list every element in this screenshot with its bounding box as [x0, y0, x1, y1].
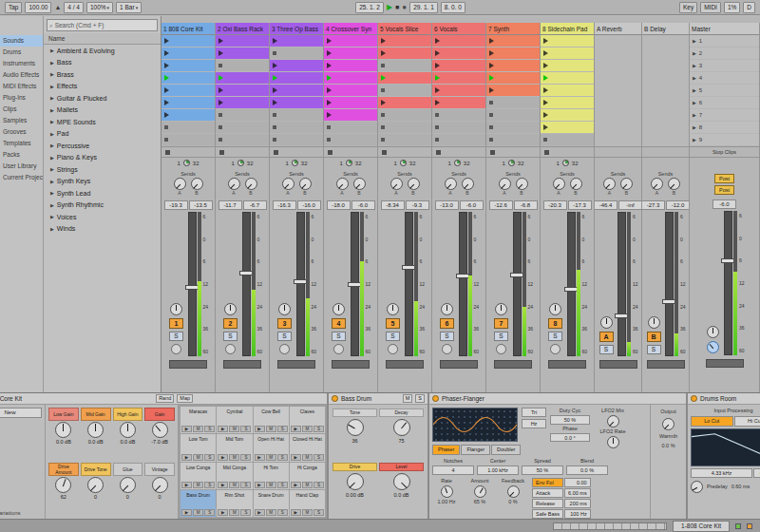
- clip-slot[interactable]: [541, 60, 594, 71]
- pan-knob[interactable]: [600, 316, 613, 329]
- browser-sidebar-item[interactable]: Grooves: [0, 126, 43, 138]
- mode-button[interactable]: Doubler: [491, 445, 521, 455]
- disclosure-icon[interactable]: ▶: [50, 71, 54, 77]
- pad-solo-button[interactable]: S: [277, 454, 288, 461]
- cue-volume-knob[interactable]: [707, 341, 719, 353]
- track-delay-box[interactable]: [548, 360, 586, 369]
- track-delay-box[interactable]: [223, 360, 261, 369]
- scene-slot[interactable]: ▶ 6: [690, 97, 759, 108]
- clip-slot[interactable]: [216, 35, 269, 47]
- clip-slot[interactable]: [216, 109, 269, 121]
- drum-pad[interactable]: Bass Drum ▶ M S: [180, 490, 216, 517]
- disclosure-icon[interactable]: ▶: [50, 84, 54, 89]
- clip-slot[interactable]: [432, 109, 485, 121]
- pad-play-icon[interactable]: ▶: [181, 454, 192, 461]
- peak-level-display[interactable]: -16.3: [273, 200, 296, 210]
- disclosure-icon[interactable]: ▶: [50, 190, 54, 196]
- browser-item[interactable]: ▶ Brass: [44, 68, 161, 81]
- clip-slot[interactable]: [162, 35, 215, 47]
- solo-button[interactable]: S: [386, 332, 400, 341]
- clip-slot[interactable]: [432, 72, 485, 84]
- track-delay-box[interactable]: [332, 360, 370, 369]
- peak-level-display[interactable]: -19.3: [164, 200, 188, 210]
- clip-slot[interactable]: [270, 122, 323, 133]
- pad-play-icon[interactable]: ▶: [255, 426, 265, 432]
- macro-knob[interactable]: [120, 422, 136, 438]
- pad-mute-button[interactable]: M: [266, 426, 276, 432]
- drum-pad[interactable]: Claves ▶ M S: [290, 407, 325, 433]
- drum-pad[interactable]: Mid Conga ▶ M S: [217, 463, 252, 489]
- search-input[interactable]: ⌕ Search (Cmd + F): [47, 19, 158, 31]
- lfo2-mix-knob[interactable]: [607, 415, 619, 428]
- clip-slot[interactable]: [378, 109, 431, 121]
- browser-item[interactable]: ▶ MPE Sounds: [44, 116, 161, 128]
- pad-mute-button[interactable]: M: [193, 454, 203, 461]
- peak-level-display[interactable]: -13.0: [435, 200, 459, 210]
- disclosure-icon[interactable]: ▶: [50, 226, 54, 232]
- waveform-selector[interactable]: Tri: [522, 408, 546, 417]
- send-b-knob[interactable]: [191, 178, 203, 190]
- clip-slot[interactable]: [486, 85, 540, 96]
- send-a-knob[interactable]: [651, 178, 663, 190]
- drum-pad[interactable]: Hand Clap ▶ M S: [290, 490, 325, 517]
- clip-slot[interactable]: [432, 35, 485, 47]
- browser-sidebar-item[interactable]: MIDI Effects: [0, 81, 43, 92]
- browser-item[interactable]: ▶ Synth Keys: [44, 176, 161, 188]
- clip-slot[interactable]: [270, 60, 323, 71]
- pad-play-icon[interactable]: ▶: [255, 482, 265, 488]
- variation-item[interactable]: Roomy: [0, 420, 42, 428]
- pad-mute-button[interactable]: M: [302, 454, 313, 461]
- clip-slot[interactable]: [486, 72, 540, 84]
- clip-slot[interactable]: [378, 72, 431, 84]
- pad-solo-button[interactable]: S: [277, 426, 288, 432]
- pad-play-icon[interactable]: ▶: [218, 426, 228, 432]
- track-delay-box[interactable]: [647, 360, 685, 369]
- bass-macro-knob[interactable]: [347, 473, 364, 490]
- device-on-icon[interactable]: [691, 395, 697, 402]
- master-pan-knob[interactable]: [707, 326, 719, 338]
- return-track-header[interactable]: B Delay: [642, 23, 689, 35]
- cue-pre-post-toggle-b[interactable]: Post: [714, 185, 734, 195]
- clip-slot[interactable]: [216, 85, 269, 96]
- key-map-button[interactable]: Key: [679, 2, 697, 13]
- clip-slot[interactable]: [324, 85, 377, 96]
- peak-level-display[interactable]: -18.0: [327, 200, 351, 210]
- pad-solo-button[interactable]: S: [204, 482, 215, 488]
- pan-knob[interactable]: [170, 303, 182, 315]
- volume-fader[interactable]: [405, 212, 413, 356]
- track-activator[interactable]: 6: [440, 318, 454, 329]
- solo-button[interactable]: S: [440, 332, 454, 341]
- lo-cut-button[interactable]: Lo Cut: [691, 416, 733, 427]
- volume-value-display[interactable]: -6.0: [352, 200, 375, 210]
- browser-item[interactable]: ▶ Voices: [44, 211, 161, 223]
- clip-slot[interactable]: [216, 48, 269, 59]
- clip-stop-button[interactable]: [486, 146, 540, 158]
- drum-pad[interactable]: Low Tom ▶ M S: [180, 434, 216, 461]
- solo-button[interactable]: S: [548, 332, 562, 341]
- send-a-knob[interactable]: [603, 178, 616, 190]
- track-activator[interactable]: 3: [277, 318, 292, 329]
- browser-sidebar-item[interactable]: Packs: [0, 149, 43, 161]
- phaser-knob[interactable]: [441, 485, 453, 498]
- bass-macro-knob[interactable]: [393, 419, 410, 436]
- send-a-knob[interactable]: [499, 178, 511, 190]
- scene-slot[interactable]: ▶ 3: [690, 60, 759, 71]
- send-b-knob[interactable]: [299, 178, 312, 190]
- clip-slot[interactable]: [541, 72, 594, 84]
- clip-slot[interactable]: [378, 35, 431, 47]
- sync-hz-toggle[interactable]: Hz: [522, 419, 546, 428]
- clip-slot[interactable]: [324, 109, 377, 121]
- volume-fader[interactable]: [513, 212, 522, 356]
- arm-button[interactable]: [388, 344, 398, 354]
- clip-slot[interactable]: [432, 97, 485, 108]
- clip-slot[interactable]: [486, 109, 540, 121]
- browser-sidebar-item[interactable]: Instruments: [0, 58, 43, 69]
- chain-solo-button[interactable]: S: [415, 394, 425, 403]
- scene-launch-icon[interactable]: ▶: [693, 100, 696, 105]
- browser-sidebar-item[interactable]: Clips: [0, 104, 43, 115]
- send-a-knob[interactable]: [445, 178, 457, 190]
- clip-slot[interactable]: [216, 97, 269, 108]
- drum-pad[interactable]: Hi Tom ▶ M S: [254, 463, 289, 489]
- pad-mute-button[interactable]: M: [229, 454, 239, 461]
- pad-play-icon[interactable]: ▶: [181, 509, 192, 516]
